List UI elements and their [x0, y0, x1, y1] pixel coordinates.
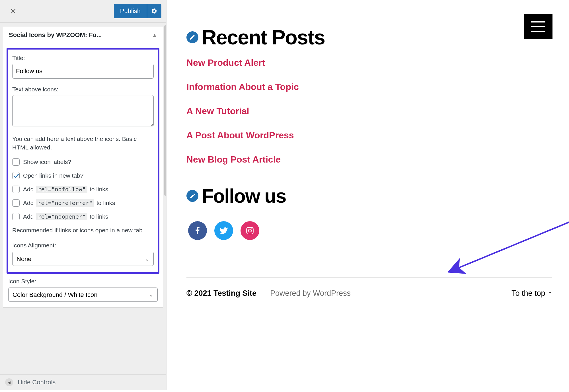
title-input[interactable] — [12, 64, 154, 79]
add-nofollow-label: Add rel="nofollow" to links — [23, 186, 108, 193]
nofollow-code: rel="nofollow" — [36, 186, 87, 193]
noopener-code: rel="noopener" — [36, 213, 87, 220]
title-label: Title: — [12, 55, 154, 61]
follow-us-heading: Follow us — [202, 185, 286, 207]
list-item: A Post About WordPress — [186, 130, 552, 141]
publish-button[interactable]: Publish — [114, 4, 147, 18]
twitter-icon-link[interactable] — [214, 221, 233, 240]
post-link[interactable]: A New Tutorial — [186, 106, 249, 116]
post-link[interactable]: Information About a Topic — [186, 82, 299, 92]
helper-text: You can add here a text above the icons.… — [12, 135, 154, 152]
close-icon — [10, 7, 17, 15]
edit-recent-posts-shortcut[interactable] — [186, 31, 198, 43]
widget-accordion-header[interactable]: Social Icons by WPZOOM: Fo... ▲ — [3, 27, 163, 43]
list-item: New Blog Post Article — [186, 154, 552, 165]
close-customizer-button[interactable] — [5, 2, 23, 20]
text-above-icons-label: Text above icons: — [12, 86, 154, 93]
post-link[interactable]: New Blog Post Article — [186, 154, 281, 165]
hide-controls-label: Hide Controls — [18, 379, 56, 386]
widget-title: Social Icons by WPZOOM: Fo... — [9, 31, 102, 39]
add-noopener-label: Add rel="noopener" to links — [23, 213, 108, 220]
icons-alignment-select[interactable]: None — [12, 252, 154, 266]
footer-divider — [186, 277, 552, 278]
icons-alignment-label: Icons Alignment: — [12, 242, 154, 249]
instagram-icon — [245, 226, 255, 235]
icon-style-label: Icon Style: — [8, 278, 158, 285]
add-nofollow-checkbox[interactable] — [12, 186, 20, 193]
recommended-text: Recommended if links or icons open in a … — [12, 226, 154, 235]
noreferrer-code: rel="noreferrer" — [36, 199, 94, 207]
facebook-icon — [193, 226, 202, 235]
footer-copyright: © 2021 Testing Site — [186, 289, 256, 298]
highlighted-settings-region: Title: Text above icons: You can add her… — [7, 48, 159, 274]
icon-style-select[interactable]: Color Background / White Icon — [8, 288, 158, 302]
recent-posts-heading: Recent Posts — [202, 26, 325, 49]
hide-controls-button[interactable]: ◀ Hide Controls — [0, 374, 166, 390]
post-link[interactable]: New Product Alert — [186, 58, 265, 68]
collapse-icon: ◀ — [5, 378, 13, 386]
open-links-new-tab-label: Open links in new tab? — [23, 172, 83, 179]
show-icon-labels-checkbox[interactable] — [12, 158, 20, 166]
pencil-icon — [189, 34, 196, 40]
to-the-top-link[interactable]: To the top ↑ — [512, 289, 552, 298]
pencil-icon — [189, 193, 196, 199]
add-noreferrer-checkbox[interactable] — [12, 199, 20, 207]
show-icon-labels-label: Show icon labels? — [23, 159, 71, 165]
publish-settings-button[interactable] — [147, 4, 161, 18]
twitter-icon — [219, 226, 229, 235]
list-item: Information About a Topic — [186, 82, 552, 92]
text-above-icons-textarea[interactable] — [12, 95, 154, 126]
gear-icon — [151, 8, 157, 14]
widget-settings-panel: Title: Text above icons: You can add her… — [3, 43, 163, 308]
facebook-icon-link[interactable] — [188, 221, 207, 240]
footer-powered-by: Powered by WordPress — [270, 289, 351, 298]
sidebar-scrollbar[interactable] — [164, 25, 166, 196]
post-link[interactable]: A Post About WordPress — [186, 130, 294, 140]
open-links-new-tab-checkbox[interactable] — [12, 172, 20, 179]
edit-follow-us-shortcut[interactable] — [186, 190, 198, 202]
list-item: A New Tutorial — [186, 106, 552, 116]
add-noreferrer-label: Add rel="noreferrer" to links — [23, 199, 115, 207]
chevron-up-icon: ▲ — [152, 32, 157, 38]
instagram-icon-link[interactable] — [241, 221, 259, 240]
recent-posts-list: New Product Alert Information About a To… — [186, 58, 552, 165]
arrow-up-icon: ↑ — [548, 289, 552, 298]
list-item: New Product Alert — [186, 58, 552, 68]
add-noopener-checkbox[interactable] — [12, 213, 20, 220]
